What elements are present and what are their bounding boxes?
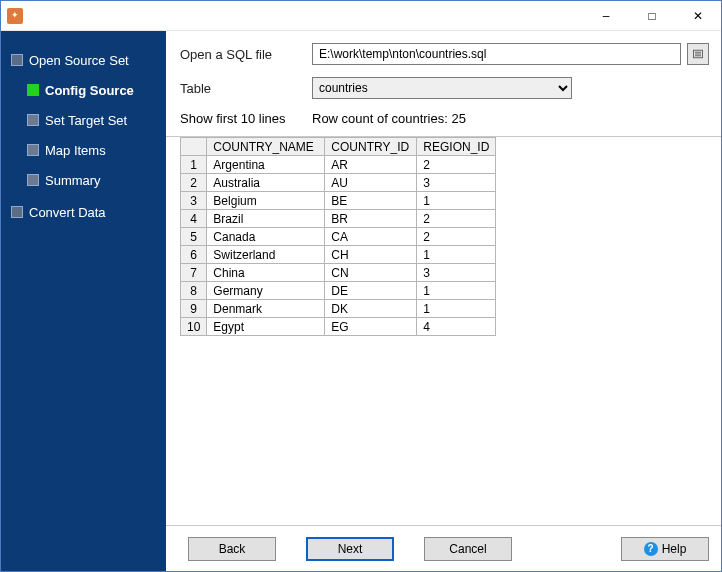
row-number: 4 (181, 210, 207, 228)
header-country-name: COUNTRY_NAME (207, 138, 325, 156)
preview-table-area: COUNTRY_NAME COUNTRY_ID REGION_ID 1Argen… (166, 137, 721, 525)
row-number: 9 (181, 300, 207, 318)
next-button[interactable]: Next (306, 537, 394, 561)
table-select[interactable]: countries (312, 77, 572, 99)
table-label: Table (180, 81, 312, 96)
cell: Denmark (207, 300, 325, 318)
row-number: 8 (181, 282, 207, 300)
cell: Germany (207, 282, 325, 300)
footer: Back Next Cancel ? Help (166, 525, 721, 571)
sidebar-item-label: Config Source (45, 83, 134, 98)
row-number: 5 (181, 228, 207, 246)
help-icon: ? (644, 542, 658, 556)
sidebar-item-label: Open Source Set (29, 53, 129, 68)
cell: Argentina (207, 156, 325, 174)
cell: Canada (207, 228, 325, 246)
body: Open Source SetConfig SourceSet Target S… (1, 31, 721, 571)
sidebar-item-label: Map Items (45, 143, 106, 158)
browse-button[interactable] (687, 43, 709, 65)
row-number: 7 (181, 264, 207, 282)
step-icon (27, 114, 39, 126)
cell: Switzerland (207, 246, 325, 264)
cell: DE (325, 282, 417, 300)
cell: 2 (417, 228, 496, 246)
cell: 1 (417, 246, 496, 264)
header-region-id: REGION_ID (417, 138, 496, 156)
header-country-id: COUNTRY_ID (325, 138, 417, 156)
row-number: 10 (181, 318, 207, 336)
table-row: 5CanadaCA2 (181, 228, 496, 246)
cell: Belgium (207, 192, 325, 210)
table-row: 1ArgentinaAR2 (181, 156, 496, 174)
table-row: 4BrazilBR2 (181, 210, 496, 228)
cell: CA (325, 228, 417, 246)
sql-path-input[interactable] (312, 43, 681, 65)
cell: 1 (417, 300, 496, 318)
row-number: 3 (181, 192, 207, 210)
cell: China (207, 264, 325, 282)
close-button[interactable]: ✕ (675, 1, 721, 30)
minimize-button[interactable]: – (583, 1, 629, 30)
table-row: 6SwitzerlandCH1 (181, 246, 496, 264)
browse-icon (692, 48, 704, 60)
step-icon (27, 84, 39, 96)
svg-rect-2 (695, 54, 701, 55)
cell: AU (325, 174, 417, 192)
table-row: 3BelgiumBE1 (181, 192, 496, 210)
open-sql-label: Open a SQL file (180, 47, 312, 62)
cell: Australia (207, 174, 325, 192)
cell: 3 (417, 174, 496, 192)
cell: 3 (417, 264, 496, 282)
step-icon (27, 144, 39, 156)
app-window: ✦ – □ ✕ Open Source SetConfig SourceSet … (0, 0, 722, 572)
cell: 2 (417, 210, 496, 228)
step-icon (27, 174, 39, 186)
sidebar-item-config-source[interactable]: Config Source (1, 77, 166, 103)
cell: 1 (417, 192, 496, 210)
table-row: 2AustraliaAU3 (181, 174, 496, 192)
table-row: 8GermanyDE1 (181, 282, 496, 300)
sidebar-item-label: Convert Data (29, 205, 106, 220)
cell: EG (325, 318, 417, 336)
row-number: 1 (181, 156, 207, 174)
svg-rect-1 (695, 52, 701, 53)
sidebar-item-label: Set Target Set (45, 113, 127, 128)
row-count-label: Row count of countries: 25 (312, 111, 466, 126)
header-row: COUNTRY_NAME COUNTRY_ID REGION_ID (181, 138, 496, 156)
help-button[interactable]: ? Help (621, 537, 709, 561)
cell: DK (325, 300, 417, 318)
show-first-label: Show first 10 lines (180, 111, 312, 126)
sidebar-item-map-items[interactable]: Map Items (1, 137, 166, 163)
sidebar-item-set-target-set[interactable]: Set Target Set (1, 107, 166, 133)
sidebar-item-open-source-set[interactable]: Open Source Set (1, 47, 166, 73)
cell: BR (325, 210, 417, 228)
app-icon: ✦ (7, 8, 23, 24)
table-row: 9DenmarkDK1 (181, 300, 496, 318)
table-row: 7ChinaCN3 (181, 264, 496, 282)
cell: CH (325, 246, 417, 264)
wizard-sidebar: Open Source SetConfig SourceSet Target S… (1, 31, 166, 571)
row-number: 6 (181, 246, 207, 264)
step-icon (11, 206, 23, 218)
header-rownum (181, 138, 207, 156)
cell: AR (325, 156, 417, 174)
cancel-button[interactable]: Cancel (424, 537, 512, 561)
preview-table: COUNTRY_NAME COUNTRY_ID REGION_ID 1Argen… (180, 137, 496, 336)
maximize-button[interactable]: □ (629, 1, 675, 30)
window-controls: – □ ✕ (583, 1, 721, 30)
cell: 1 (417, 282, 496, 300)
cell: 2 (417, 156, 496, 174)
table-row: 10EgyptEG4 (181, 318, 496, 336)
sidebar-item-convert-data[interactable]: Convert Data (1, 199, 166, 225)
form-area: Open a SQL file Table countries (166, 31, 721, 137)
step-icon (11, 54, 23, 66)
sidebar-item-summary[interactable]: Summary (1, 167, 166, 193)
svg-rect-3 (695, 55, 701, 56)
cell: CN (325, 264, 417, 282)
cell: Egypt (207, 318, 325, 336)
main-panel: Open a SQL file Table countries (166, 31, 721, 571)
back-button[interactable]: Back (188, 537, 276, 561)
titlebar: ✦ – □ ✕ (1, 1, 721, 31)
cell: Brazil (207, 210, 325, 228)
cell: 4 (417, 318, 496, 336)
